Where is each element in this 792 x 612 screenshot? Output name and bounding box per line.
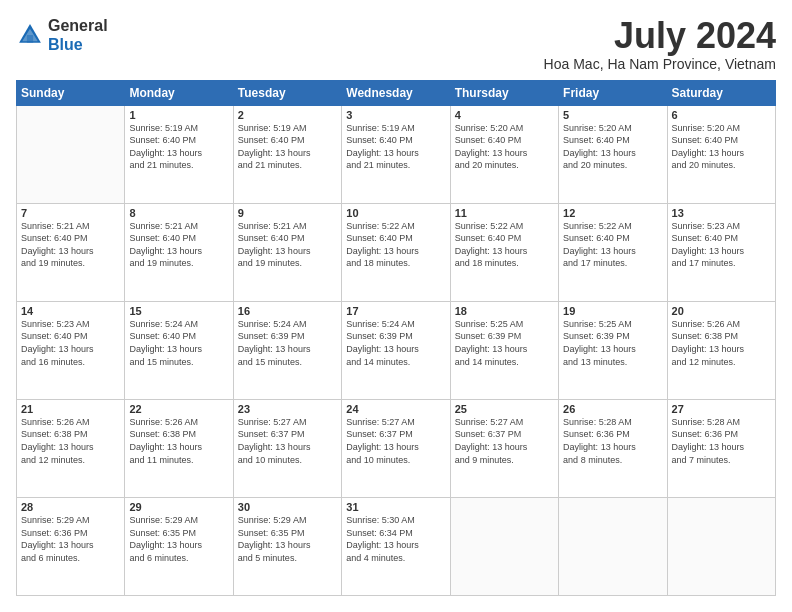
day-number: 26 <box>563 403 662 415</box>
calendar-cell: 6Sunrise: 5:20 AM Sunset: 6:40 PM Daylig… <box>667 105 775 203</box>
day-detail: Sunrise: 5:27 AM Sunset: 6:37 PM Dayligh… <box>346 416 445 466</box>
day-detail: Sunrise: 5:28 AM Sunset: 6:36 PM Dayligh… <box>672 416 771 466</box>
day-number: 25 <box>455 403 554 415</box>
day-detail: Sunrise: 5:20 AM Sunset: 6:40 PM Dayligh… <box>672 122 771 172</box>
calendar-cell: 26Sunrise: 5:28 AM Sunset: 6:36 PM Dayli… <box>559 399 667 497</box>
day-number: 19 <box>563 305 662 317</box>
day-detail: Sunrise: 5:24 AM Sunset: 6:40 PM Dayligh… <box>129 318 228 368</box>
day-number: 17 <box>346 305 445 317</box>
day-number: 2 <box>238 109 337 121</box>
day-detail: Sunrise: 5:20 AM Sunset: 6:40 PM Dayligh… <box>563 122 662 172</box>
calendar-cell: 14Sunrise: 5:23 AM Sunset: 6:40 PM Dayli… <box>17 301 125 399</box>
weekday-header: Saturday <box>667 80 775 105</box>
calendar-cell: 29Sunrise: 5:29 AM Sunset: 6:35 PM Dayli… <box>125 497 233 595</box>
day-number: 27 <box>672 403 771 415</box>
calendar-cell: 27Sunrise: 5:28 AM Sunset: 6:36 PM Dayli… <box>667 399 775 497</box>
calendar-cell: 4Sunrise: 5:20 AM Sunset: 6:40 PM Daylig… <box>450 105 558 203</box>
weekday-header: Wednesday <box>342 80 450 105</box>
calendar-cell: 9Sunrise: 5:21 AM Sunset: 6:40 PM Daylig… <box>233 203 341 301</box>
day-number: 18 <box>455 305 554 317</box>
calendar-cell <box>667 497 775 595</box>
day-number: 15 <box>129 305 228 317</box>
day-detail: Sunrise: 5:19 AM Sunset: 6:40 PM Dayligh… <box>129 122 228 172</box>
calendar-cell: 18Sunrise: 5:25 AM Sunset: 6:39 PM Dayli… <box>450 301 558 399</box>
calendar-week-row: 14Sunrise: 5:23 AM Sunset: 6:40 PM Dayli… <box>17 301 776 399</box>
day-detail: Sunrise: 5:19 AM Sunset: 6:40 PM Dayligh… <box>346 122 445 172</box>
day-number: 11 <box>455 207 554 219</box>
day-detail: Sunrise: 5:26 AM Sunset: 6:38 PM Dayligh… <box>21 416 120 466</box>
calendar-cell: 2Sunrise: 5:19 AM Sunset: 6:40 PM Daylig… <box>233 105 341 203</box>
day-number: 7 <box>21 207 120 219</box>
day-detail: Sunrise: 5:29 AM Sunset: 6:35 PM Dayligh… <box>238 514 337 564</box>
day-detail: Sunrise: 5:25 AM Sunset: 6:39 PM Dayligh… <box>455 318 554 368</box>
day-number: 8 <box>129 207 228 219</box>
day-detail: Sunrise: 5:22 AM Sunset: 6:40 PM Dayligh… <box>455 220 554 270</box>
calendar-week-row: 1Sunrise: 5:19 AM Sunset: 6:40 PM Daylig… <box>17 105 776 203</box>
day-detail: Sunrise: 5:21 AM Sunset: 6:40 PM Dayligh… <box>238 220 337 270</box>
calendar-cell: 21Sunrise: 5:26 AM Sunset: 6:38 PM Dayli… <box>17 399 125 497</box>
day-number: 16 <box>238 305 337 317</box>
day-number: 14 <box>21 305 120 317</box>
day-detail: Sunrise: 5:20 AM Sunset: 6:40 PM Dayligh… <box>455 122 554 172</box>
calendar-cell: 5Sunrise: 5:20 AM Sunset: 6:40 PM Daylig… <box>559 105 667 203</box>
calendar-cell: 19Sunrise: 5:25 AM Sunset: 6:39 PM Dayli… <box>559 301 667 399</box>
calendar-cell: 17Sunrise: 5:24 AM Sunset: 6:39 PM Dayli… <box>342 301 450 399</box>
calendar-cell: 12Sunrise: 5:22 AM Sunset: 6:40 PM Dayli… <box>559 203 667 301</box>
day-detail: Sunrise: 5:21 AM Sunset: 6:40 PM Dayligh… <box>129 220 228 270</box>
weekday-header: Tuesday <box>233 80 341 105</box>
day-number: 13 <box>672 207 771 219</box>
calendar-week-row: 21Sunrise: 5:26 AM Sunset: 6:38 PM Dayli… <box>17 399 776 497</box>
calendar-cell: 28Sunrise: 5:29 AM Sunset: 6:36 PM Dayli… <box>17 497 125 595</box>
day-detail: Sunrise: 5:22 AM Sunset: 6:40 PM Dayligh… <box>346 220 445 270</box>
weekday-header: Friday <box>559 80 667 105</box>
day-detail: Sunrise: 5:27 AM Sunset: 6:37 PM Dayligh… <box>455 416 554 466</box>
calendar-week-row: 28Sunrise: 5:29 AM Sunset: 6:36 PM Dayli… <box>17 497 776 595</box>
calendar-cell: 10Sunrise: 5:22 AM Sunset: 6:40 PM Dayli… <box>342 203 450 301</box>
day-number: 5 <box>563 109 662 121</box>
calendar-cell: 1Sunrise: 5:19 AM Sunset: 6:40 PM Daylig… <box>125 105 233 203</box>
calendar-cell: 16Sunrise: 5:24 AM Sunset: 6:39 PM Dayli… <box>233 301 341 399</box>
day-detail: Sunrise: 5:26 AM Sunset: 6:38 PM Dayligh… <box>129 416 228 466</box>
month-year: July 2024 <box>544 16 776 56</box>
weekday-header-row: SundayMondayTuesdayWednesdayThursdayFrid… <box>17 80 776 105</box>
weekday-header: Monday <box>125 80 233 105</box>
day-detail: Sunrise: 5:26 AM Sunset: 6:38 PM Dayligh… <box>672 318 771 368</box>
day-number: 23 <box>238 403 337 415</box>
day-number: 10 <box>346 207 445 219</box>
logo-general: General <box>48 17 108 34</box>
logo-blue: Blue <box>48 36 83 53</box>
weekday-header: Thursday <box>450 80 558 105</box>
day-detail: Sunrise: 5:29 AM Sunset: 6:35 PM Dayligh… <box>129 514 228 564</box>
calendar-cell: 11Sunrise: 5:22 AM Sunset: 6:40 PM Dayli… <box>450 203 558 301</box>
day-number: 4 <box>455 109 554 121</box>
day-number: 6 <box>672 109 771 121</box>
calendar-cell: 8Sunrise: 5:21 AM Sunset: 6:40 PM Daylig… <box>125 203 233 301</box>
day-detail: Sunrise: 5:28 AM Sunset: 6:36 PM Dayligh… <box>563 416 662 466</box>
day-number: 22 <box>129 403 228 415</box>
calendar-cell: 13Sunrise: 5:23 AM Sunset: 6:40 PM Dayli… <box>667 203 775 301</box>
day-detail: Sunrise: 5:24 AM Sunset: 6:39 PM Dayligh… <box>238 318 337 368</box>
calendar-cell: 24Sunrise: 5:27 AM Sunset: 6:37 PM Dayli… <box>342 399 450 497</box>
logo-icon <box>16 21 44 49</box>
day-number: 20 <box>672 305 771 317</box>
calendar-cell: 20Sunrise: 5:26 AM Sunset: 6:38 PM Dayli… <box>667 301 775 399</box>
calendar-cell: 7Sunrise: 5:21 AM Sunset: 6:40 PM Daylig… <box>17 203 125 301</box>
calendar-cell: 3Sunrise: 5:19 AM Sunset: 6:40 PM Daylig… <box>342 105 450 203</box>
day-detail: Sunrise: 5:29 AM Sunset: 6:36 PM Dayligh… <box>21 514 120 564</box>
day-detail: Sunrise: 5:23 AM Sunset: 6:40 PM Dayligh… <box>21 318 120 368</box>
calendar-cell <box>17 105 125 203</box>
day-number: 29 <box>129 501 228 513</box>
header: General Blue July 2024 Hoa Mac, Ha Nam P… <box>16 16 776 72</box>
location: Hoa Mac, Ha Nam Province, Vietnam <box>544 56 776 72</box>
day-detail: Sunrise: 5:22 AM Sunset: 6:40 PM Dayligh… <box>563 220 662 270</box>
page: General Blue July 2024 Hoa Mac, Ha Nam P… <box>0 0 792 612</box>
day-detail: Sunrise: 5:25 AM Sunset: 6:39 PM Dayligh… <box>563 318 662 368</box>
logo-text: General Blue <box>48 16 108 54</box>
calendar-cell: 25Sunrise: 5:27 AM Sunset: 6:37 PM Dayli… <box>450 399 558 497</box>
day-detail: Sunrise: 5:19 AM Sunset: 6:40 PM Dayligh… <box>238 122 337 172</box>
day-detail: Sunrise: 5:21 AM Sunset: 6:40 PM Dayligh… <box>21 220 120 270</box>
day-number: 1 <box>129 109 228 121</box>
day-number: 3 <box>346 109 445 121</box>
calendar-cell <box>450 497 558 595</box>
calendar-week-row: 7Sunrise: 5:21 AM Sunset: 6:40 PM Daylig… <box>17 203 776 301</box>
